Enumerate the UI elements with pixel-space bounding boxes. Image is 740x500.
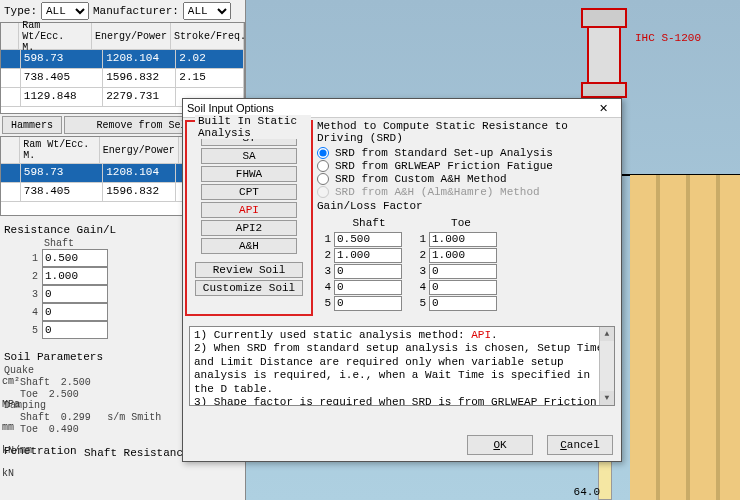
hammers-button[interactable]: Hammers xyxy=(2,116,62,134)
radio-srd-standard[interactable]: SRD from Standard Set-up Analysis xyxy=(317,147,617,159)
note-3: 3) Shape factor is required when SRD is … xyxy=(194,396,597,406)
cancel-button[interactable]: Cancel xyxy=(547,435,613,455)
gain-shaft-input-4[interactable] xyxy=(334,280,402,295)
gain-shaft-input-5[interactable] xyxy=(334,296,402,311)
built-in-static-title: Built In Static Analysis xyxy=(195,115,311,139)
gain-toe-input-3[interactable] xyxy=(429,264,497,279)
dialog-title: Soil Input Options xyxy=(187,102,589,114)
depth-number: 64.0 xyxy=(574,486,600,498)
srd-method-area: Method to Compute Static Resistance to D… xyxy=(317,120,617,311)
ok-button[interactable]: OK xyxy=(467,435,533,455)
review-soil-button[interactable]: Review Soil xyxy=(195,262,303,278)
radio-srd-friction-input[interactable] xyxy=(317,160,329,172)
shaft-input-2[interactable] xyxy=(42,267,108,285)
unit-label: kN xyxy=(0,462,28,485)
unit-label: kN/mm xyxy=(0,439,28,462)
notes-textbox[interactable]: 1) Currently used static analysis method… xyxy=(189,326,615,406)
gain-shaft-input-3[interactable] xyxy=(334,264,402,279)
close-icon[interactable]: ✕ xyxy=(589,100,617,116)
gain-toe-input-4[interactable] xyxy=(429,280,497,295)
srd-method-title: Method to Compute Static Resistance to D… xyxy=(317,120,617,144)
hammer-caption: IHC S-1200 xyxy=(635,32,701,44)
soil-input-options-dialog: Soil Input Options ✕ Built In Static Ana… xyxy=(182,98,622,462)
gain-toe-input-1[interactable] xyxy=(429,232,497,247)
gain-loss-row: 55 xyxy=(317,295,617,311)
gain-loss-row: 33 xyxy=(317,263,617,279)
radio-srd-friction-fatigue[interactable]: SRD from GRLWEAP Friction Fatigue xyxy=(317,160,617,172)
damping-toe-val: 0.490 xyxy=(45,424,79,435)
gain-shaft-input-1[interactable] xyxy=(334,232,402,247)
table-row[interactable]: 598.731208.1042.02 xyxy=(1,50,244,69)
quake-shaft-val: 2.500 xyxy=(57,377,91,388)
gain-shaft-input-2[interactable] xyxy=(334,248,402,263)
radio-srd-friction-label: SRD from GRLWEAP Friction Fatigue xyxy=(335,160,553,172)
damping-shaft-val: 0.299 xyxy=(57,412,91,423)
radio-srd-standard-label: SRD from Standard Set-up Analysis xyxy=(335,147,553,159)
shaft-input-5[interactable] xyxy=(42,321,108,339)
col-ram-2: Ram Wt/Ecc. M. xyxy=(20,137,99,163)
static-analysis-fhwa-button[interactable]: FHWA xyxy=(201,166,297,182)
shaft-input-3[interactable] xyxy=(42,285,108,303)
unit-label: MPa xyxy=(0,393,28,416)
manufacturer-select[interactable]: ALL xyxy=(183,2,231,20)
note-1a: 1) Currently used static analysis method… xyxy=(194,329,471,341)
col-stroke: Stroke/Freq. xyxy=(171,23,244,49)
shaft-input-1[interactable] xyxy=(42,249,108,267)
radio-srd-alm-label: SRD from A&H (Alm&Hamre) Method xyxy=(335,186,540,198)
radio-srd-custom-label: SRD from Custom A&H Method xyxy=(335,173,507,185)
customize-soil-button[interactable]: Customize Soil xyxy=(195,280,303,296)
scroll-up-icon[interactable]: ▲ xyxy=(600,327,614,341)
static-analysis-a&h-button[interactable]: A&H xyxy=(201,238,297,254)
col-ram: Ram Wt/Ecc. M. xyxy=(19,23,92,49)
gain-loss-table: Shaft Toe 1122334455 xyxy=(317,215,617,311)
col-energy-2: Energy/Power xyxy=(100,137,179,163)
gain-loss-row: 11 xyxy=(317,231,617,247)
table-row[interactable]: 738.4051596.8322.15 xyxy=(1,69,244,88)
gain-loss-row: 44 xyxy=(317,279,617,295)
radio-srd-alm-hamre: SRD from A&H (Alm&Hamre) Method xyxy=(317,186,617,198)
built-in-static-analysis-group: Built In Static Analysis STSAFHWACPTAPIA… xyxy=(185,120,313,316)
static-analysis-api-button[interactable]: API xyxy=(201,202,297,218)
static-analysis-sa-button[interactable]: SA xyxy=(201,148,297,164)
gain-loss-col-shaft: Shaft xyxy=(334,217,404,229)
unit-column: cm²MPammkN/mmkN xyxy=(0,370,28,485)
gain-loss-title: Gain/Loss Factor xyxy=(317,200,617,212)
gain-toe-input-2[interactable] xyxy=(429,248,497,263)
note-1-api: API xyxy=(471,329,491,341)
type-label: Type: xyxy=(4,5,37,17)
quake-toe-val: 2.500 xyxy=(45,389,79,400)
col-energy: Energy/Power xyxy=(92,23,171,49)
static-analysis-api2-button[interactable]: API2 xyxy=(201,220,297,236)
radio-srd-standard-input[interactable] xyxy=(317,147,329,159)
gain-loss-col-toe: Toe xyxy=(426,217,496,229)
notes-scrollbar[interactable]: ▲ ▼ xyxy=(599,327,614,405)
radio-srd-alm-input xyxy=(317,186,329,198)
note-2: 2) When SRD from standard setup analysis… xyxy=(194,342,603,394)
gain-toe-input-5[interactable] xyxy=(429,296,497,311)
unit-label: mm xyxy=(0,416,28,439)
radio-srd-custom-ah[interactable]: SRD from Custom A&H Method xyxy=(317,173,617,185)
shaft-input-4[interactable] xyxy=(42,303,108,321)
manufacturer-label: Manufacturer: xyxy=(93,5,179,17)
gain-loss-row: 22 xyxy=(317,247,617,263)
type-select[interactable]: ALL xyxy=(41,2,89,20)
scroll-down-icon[interactable]: ▼ xyxy=(600,391,614,405)
smith-label: s/m Smith xyxy=(97,412,161,423)
static-analysis-cpt-button[interactable]: CPT xyxy=(201,184,297,200)
unit-label: cm² xyxy=(0,370,28,393)
note-1c: . xyxy=(491,329,498,341)
soil-profile-graphic xyxy=(630,175,740,500)
radio-srd-custom-input[interactable] xyxy=(317,173,329,185)
